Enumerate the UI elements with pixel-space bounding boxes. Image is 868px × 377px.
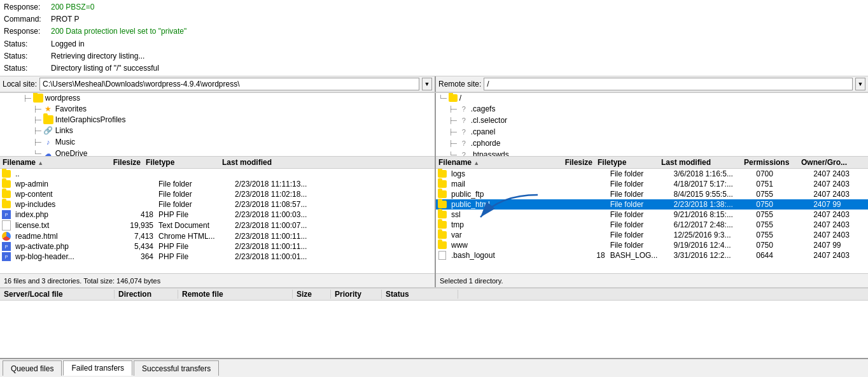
remote-file-rows[interactable]: logs File folder 3/6/2018 1:16:5... 0700… (436, 169, 868, 273)
file-perms: 0644 (753, 251, 811, 260)
file-row-logs[interactable]: logs File folder 3/6/2018 1:16:5... 0700… (436, 169, 868, 179)
file-row-wp-admin[interactable]: wp-admin File folder 2/23/2018 11:11:13.… (0, 179, 435, 189)
status-value-1: 200 PBSZ=0 (51, 1, 94, 13)
local-tree[interactable]: ├─ wordpress ├─ ★ Favorites ├─ IntelGrap… (0, 93, 435, 157)
tree-item-cagefs[interactable]: ├─ ? .cagefs (436, 103, 868, 115)
status-line-6: Status: Directory listing of "/" success… (4, 62, 864, 75)
file-row-readme[interactable]: readme.html 7,413 Chrome HTML... 2/23/20… (0, 231, 435, 241)
transfer-rows (0, 301, 868, 358)
col-header-filetype[interactable]: Filetype (143, 158, 220, 167)
status-value-4: Logged in (51, 38, 85, 50)
file-modified: 2/23/2018 1:38:... (671, 200, 753, 209)
status-label-5: Status: (4, 50, 48, 62)
folder-icon-wrapper (436, 211, 449, 218)
remote-site-label: Remote site: (438, 80, 481, 89)
file-row-license[interactable]: license.txt 19,935 Text Document 2/23/20… (0, 220, 435, 231)
folder-icon-wrapper (436, 231, 449, 239)
remote-path-dropdown[interactable]: ▼ (855, 78, 865, 90)
local-file-list-header: Filename ▲ Filesize Filetype Last modifi… (0, 157, 435, 169)
file-type: File folder (608, 210, 671, 219)
tree-item-clselector[interactable]: ├─ ? .cl.selector (436, 115, 868, 126)
rcol-header-filesize[interactable]: Filesize (550, 158, 595, 167)
file-row-wp-activate[interactable]: P wp-activate.php 5,434 PHP File 2/23/20… (0, 241, 435, 252)
file-name: mail (449, 180, 563, 188)
rcol-header-filetype[interactable]: Filetype (595, 158, 659, 167)
file-row-dotdot[interactable]: .. (0, 169, 435, 179)
tab-queued-files[interactable]: Queued files (3, 360, 62, 376)
tree-item-music[interactable]: ├─ ♪ Music (0, 136, 435, 148)
file-perms: 0755 (753, 231, 811, 239)
file-modified: 6/12/2017 2:48:... (671, 220, 753, 229)
file-size: 19,935 (115, 221, 156, 230)
local-path-bar: Local site: ▼ (0, 76, 436, 92)
file-row-mail[interactable]: mail File folder 4/18/2017 5:17:... 0751… (436, 179, 868, 189)
file-row-var[interactable]: var File folder 12/25/2016 9:3... 0755 2… (436, 230, 868, 240)
local-site-label: Local site: (3, 80, 37, 89)
file-row-wp-blog-header[interactable]: P wp-blog-header... 364 PHP File 2/23/20… (0, 252, 435, 262)
tree-item-cphorde[interactable]: ├─ ? .cphorde (436, 138, 868, 149)
folder-icon-wrapper (436, 170, 449, 178)
file-row-tmp[interactable]: tmp File folder 6/12/2017 2:48:... 0755 … (436, 220, 868, 230)
main-area: ├─ wordpress ├─ ★ Favorites ├─ IntelGrap… (0, 93, 868, 288)
file-type: File folder (608, 190, 671, 199)
tab-failed-transfers[interactable]: Failed transfers (63, 360, 132, 376)
path-bars: Local site: ▼ Remote site: ▼ (0, 76, 868, 93)
file-type: File folder (156, 200, 232, 209)
col-header-filename[interactable]: Filename ▲ (0, 158, 102, 167)
local-pane-status: 16 files and 3 directories. Total size: … (0, 273, 435, 287)
folder-icon-wrapper (436, 241, 449, 249)
file-owner: 2407 2403 (811, 190, 868, 199)
file-row-index-php[interactable]: P index.php 418 PHP File 2/23/2018 11:00… (0, 210, 435, 220)
folder-icon-wrapper (0, 201, 13, 208)
file-row-public-html[interactable]: public_html File folder 2/23/2018 1:38:.… (436, 199, 868, 210)
tree-item-cpanel[interactable]: ├─ ? .cpanel (436, 126, 868, 138)
tree-item-intel[interactable]: ├─ IntelGraphicsProfiles (0, 115, 435, 125)
tcol-remote-label: Remote file (178, 290, 293, 299)
remote-path-input[interactable] (484, 78, 853, 90)
local-path-dropdown[interactable]: ▼ (422, 78, 432, 90)
tree-item-label: .cpanel (471, 127, 496, 136)
file-size: 18 (563, 251, 608, 260)
status-line-3: Response: 200 Data protection level set … (4, 25, 864, 38)
file-row-public-ftp[interactable]: public_ftp File folder 8/4/2015 9:55:5..… (436, 189, 868, 199)
tree-item-label: .cphorde (471, 139, 501, 148)
rcol-header-perms[interactable]: Permissions (741, 158, 799, 167)
file-row-wp-content[interactable]: wp-content File folder 2/23/2018 11:02:1… (0, 189, 435, 199)
folder-icon (43, 115, 53, 124)
file-type: File folder (156, 190, 232, 199)
file-type: PHP File (156, 252, 232, 261)
status-line-1: Response: 200 PBSZ=0 (4, 1, 864, 13)
tree-item-favorites[interactable]: ├─ ★ Favorites (0, 103, 435, 115)
folder-icon (449, 94, 458, 102)
tree-item-links[interactable]: ├─ 🔗 Links (0, 125, 435, 136)
remote-tree[interactable]: └─ / ├─ ? .cagefs ├─ ? .cl.selector ├─ ?… (436, 93, 868, 157)
tab-successful-transfers[interactable]: Successful transfers (134, 360, 219, 376)
file-row-bash-logout[interactable]: .bash_logout 18 BASH_LOG... 3/31/2016 12… (436, 250, 868, 260)
file-row-wp-includes[interactable]: wp-includes File folder 2/23/2018 11:08:… (0, 199, 435, 210)
tree-item-wordpress[interactable]: ├─ wordpress (0, 93, 435, 103)
local-file-rows[interactable]: .. wp-admin File folder 2/23/2018 11:11:… (0, 169, 435, 273)
tree-item-root[interactable]: └─ / (436, 93, 868, 103)
file-modified: 4/18/2017 5:17:... (671, 180, 753, 188)
rcol-header-owner[interactable]: Owner/Gro... (799, 158, 856, 167)
file-row-ssl[interactable]: ssl File folder 9/21/2016 8:15:... 0755 … (436, 210, 868, 220)
col-header-lastmod[interactable]: Last modified (220, 158, 315, 167)
tree-item-label: Music (55, 138, 75, 146)
file-name: logs (449, 169, 563, 178)
file-name: readme.html (13, 232, 115, 241)
file-name: ssl (449, 210, 563, 219)
local-path-input[interactable] (39, 78, 419, 90)
tree-item-htpasswds[interactable]: └─ ? .htpasswds (436, 149, 868, 157)
col-header-filesize[interactable]: Filesize (102, 158, 143, 167)
status-label-1: Response: (4, 1, 48, 13)
file-type: File folder (608, 231, 671, 239)
remote-path-bar: Remote site: ▼ (436, 76, 868, 92)
file-name: tmp (449, 220, 563, 229)
music-icon: ♪ (43, 137, 53, 147)
file-modified: 8/4/2015 9:55:5... (671, 190, 753, 199)
rcol-header-filename[interactable]: Filename ▲ (436, 158, 550, 167)
tree-item-onedrive[interactable]: └─ ☁ OneDrive (0, 148, 435, 157)
file-row-www[interactable]: www File folder 9/19/2016 12:4... 0750 2… (436, 240, 868, 250)
rcol-header-lastmod[interactable]: Last modified (659, 158, 741, 167)
status-value-2: PROT P (51, 13, 79, 25)
